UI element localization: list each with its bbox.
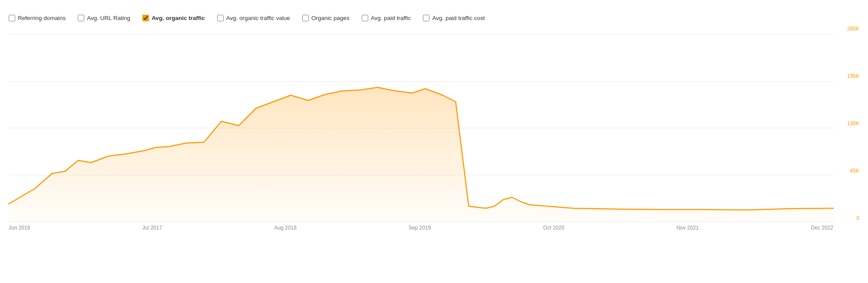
checkbox-avg-organic-traffic[interactable] [142, 15, 149, 21]
checkbox-avg-url-rating[interactable] [78, 15, 84, 21]
performance-panel: Referring domainsAvg. URL RatingAvg. org… [0, 0, 868, 243]
y-label-2: 130K [847, 120, 859, 127]
checkbox-item-avg-organic-traffic[interactable]: Avg. organic traffic [142, 15, 205, 21]
checkbox-label-avg-paid-traffic-cost: Avg. paid traffic cost [432, 15, 485, 21]
checkbox-label-organic-pages: Organic pages [311, 15, 350, 21]
checkbox-label-avg-paid-traffic: Avg. paid traffic [371, 15, 411, 21]
x-label-1: Jul 2017 [142, 225, 162, 231]
y-axis: 260K195K130K65K0 [835, 26, 859, 221]
x-label-6: Dec 2022 [811, 225, 833, 231]
x-label-0: Jun 2016 [9, 225, 30, 231]
x-label-5: Nov 2021 [677, 225, 699, 231]
checkbox-referring-domains[interactable] [9, 15, 15, 21]
checkbox-label-avg-url-rating: Avg. URL Rating [87, 15, 130, 21]
checkbox-organic-pages[interactable] [302, 15, 309, 21]
chart-svg [9, 34, 833, 221]
checkbox-label-avg-organic-traffic-value: Avg. organic traffic value [226, 15, 290, 21]
x-label-4: Oct 2020 [543, 225, 564, 231]
checkbox-item-referring-domains[interactable]: Referring domains [9, 15, 66, 21]
checkbox-avg-organic-traffic-value[interactable] [217, 15, 224, 21]
checkbox-item-avg-url-rating[interactable]: Avg. URL Rating [78, 15, 130, 21]
checkbox-label-referring-domains: Referring domains [18, 15, 66, 21]
checkbox-item-avg-paid-traffic[interactable]: Avg. paid traffic [362, 15, 411, 21]
x-label-3: Sep 2019 [409, 225, 431, 231]
y-label-4: 0 [856, 215, 859, 221]
checkbox-item-avg-organic-traffic-value[interactable]: Avg. organic traffic value [217, 15, 290, 21]
checkbox-avg-paid-traffic[interactable] [362, 15, 368, 21]
checkbox-item-organic-pages[interactable]: Organic pages [302, 15, 350, 21]
chart-inner [9, 34, 833, 221]
checkboxes-row: Referring domainsAvg. URL RatingAvg. org… [9, 15, 859, 21]
y-label-3: 65K [850, 168, 859, 174]
y-label-0: 260K [847, 26, 859, 32]
checkbox-label-avg-organic-traffic: Avg. organic traffic [152, 15, 205, 21]
checkbox-item-avg-paid-traffic-cost[interactable]: Avg. paid traffic cost [423, 15, 485, 21]
checkbox-avg-paid-traffic-cost[interactable] [423, 15, 429, 21]
x-axis: Jun 2016Jul 2017Aug 2018Sep 2019Oct 2020… [9, 221, 833, 239]
chart-area: 260K195K130K65K0 [9, 26, 859, 239]
x-label-2: Aug 2018 [274, 225, 296, 231]
y-label-1: 195K [847, 73, 859, 79]
